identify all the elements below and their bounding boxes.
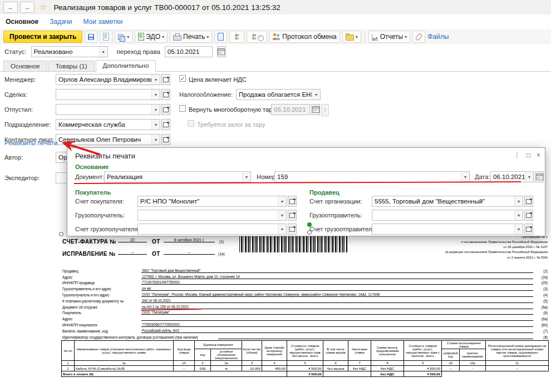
date-calendar-button[interactable]	[535, 171, 544, 182]
department-input[interactable]: Коммерческая служба ▾	[56, 119, 160, 130]
tab-main[interactable]: Основное	[3, 61, 47, 71]
number-input[interactable]: 159 ▾	[274, 171, 470, 182]
dropdown-icon[interactable]: ▾	[278, 224, 286, 234]
forward-button[interactable]: →	[20, 2, 35, 13]
department-open-button[interactable]	[161, 119, 170, 130]
shipper-open-button[interactable]	[524, 210, 533, 221]
favorite-star-icon[interactable]: ☆	[40, 2, 47, 12]
dropdown-icon[interactable]: ▾	[151, 75, 160, 85]
correction-number: --	[118, 250, 147, 255]
close-icon[interactable]: ×	[537, 151, 540, 159]
legal-line: (в редакции постановления Правительства …	[355, 250, 548, 255]
dropdown-icon[interactable]: ▾	[151, 105, 160, 115]
tab-goods[interactable]: Товары (1)	[48, 61, 95, 71]
dt-kt-scheduled-button[interactable]: ДтКт	[247, 31, 267, 43]
org-account-open-button[interactable]	[524, 196, 533, 207]
consignee-account-input[interactable]: ▾	[137, 224, 287, 235]
dropdown-icon[interactable]: ▾	[514, 224, 523, 234]
legal-line: от 26 декабря 2011 г. № 1137	[355, 245, 548, 250]
back-button[interactable]: ←	[3, 2, 18, 13]
calendar-button[interactable]	[217, 46, 226, 57]
nav-tab-tasks[interactable]: Задачи	[50, 18, 72, 26]
consignee-open-button[interactable]	[288, 210, 297, 221]
dropdown-icon[interactable]: ▾	[99, 47, 107, 57]
table-number-cell: 2	[195, 361, 211, 366]
table-header-cell: Страна происхождения товара	[442, 341, 486, 349]
dropdown-icon[interactable]: ▾	[312, 90, 320, 100]
document-value: Реализация	[107, 173, 242, 180]
dt-kt-button[interactable]: ДтКт	[229, 31, 244, 43]
print-requisites-link[interactable]: Реквизиты печати	[4, 140, 58, 146]
dropdown-icon[interactable]: ▾	[278, 210, 286, 220]
consignee-account-open-button[interactable]	[288, 224, 297, 235]
folder-actions-button[interactable]: ▾	[342, 31, 361, 43]
consignee-input[interactable]: ▾	[137, 210, 287, 221]
shipper-account-open-button[interactable]	[524, 224, 533, 235]
tab-additional[interactable]: Дополнительно	[96, 60, 156, 72]
buyer-account-input[interactable]: Р/С НПО "Монолит" ▾	[137, 196, 287, 207]
table-cell: --	[486, 366, 549, 371]
table-cell: 1	[62, 366, 75, 371]
document-select[interactable]: Реализация ▾	[104, 171, 251, 182]
tare-date-stepper[interactable]: ▴▾	[321, 104, 329, 116]
transfer-date-input[interactable]: 05.10.2021	[165, 46, 213, 57]
deal-open-button[interactable]	[161, 89, 170, 100]
released-by-input[interactable]: ▾	[56, 104, 160, 115]
shipper-account-input[interactable]: ▾	[372, 224, 523, 235]
exchange-protocol-button[interactable]: Протокол обмена	[269, 31, 340, 43]
dropdown-icon[interactable]: ▾	[514, 196, 523, 206]
tare-pledge-checkbox[interactable]	[188, 120, 194, 127]
released-by-open-button[interactable]	[161, 104, 170, 115]
buyer-account-open-button[interactable]	[288, 196, 297, 207]
contact-open-button[interactable]	[161, 134, 170, 145]
nav-tab-notes[interactable]: Мои заметки	[83, 18, 123, 26]
row-label: К платежно-расчетному документу №	[62, 299, 141, 303]
nav-tab-main[interactable]: Основное	[6, 18, 38, 26]
document-view-button[interactable]	[214, 31, 227, 43]
date-input[interactable]: 06.10.2021 ▾	[490, 171, 534, 182]
print-label: Печать	[183, 33, 205, 41]
dropdown-icon[interactable]: ▾	[242, 172, 250, 182]
dropdown-icon[interactable]: ▾	[151, 90, 160, 100]
vat-included-checkbox[interactable]: ✓	[179, 75, 186, 82]
files-link[interactable]: Файлы	[427, 33, 449, 41]
print-button[interactable]: Печать▾	[170, 31, 212, 43]
table-number-cell: 10а	[460, 361, 486, 366]
dropdown-icon[interactable]: ▾	[461, 172, 469, 182]
manager-open-button[interactable]	[161, 74, 170, 85]
table-header-cell: Наименование товара (описание выполненны…	[75, 341, 174, 361]
post-document-button[interactable]	[100, 31, 112, 43]
edo-button[interactable]: ЭДО▾	[135, 31, 168, 43]
dropdown-icon[interactable]: ▾	[151, 135, 160, 145]
row-value: 342 от 06.10.2021	[141, 299, 533, 303]
tare-date-input[interactable]: 05.10.2021	[271, 104, 310, 115]
status-select[interactable]: Реализовано ▾	[31, 46, 108, 57]
more-icon[interactable]: ⋮	[514, 151, 520, 159]
table-number-cell: 11	[486, 361, 549, 366]
table-number-cell: 1	[62, 361, 75, 366]
dropdown-icon[interactable]: ▾	[278, 196, 286, 206]
shipper-input[interactable]: ▾	[372, 210, 523, 221]
tare-calendar-button[interactable]	[311, 104, 320, 115]
dropdown-icon[interactable]: ▾	[151, 120, 160, 130]
row-label: Идентификатор государственного контракта…	[62, 335, 218, 339]
deal-input[interactable]: ▾	[56, 89, 160, 100]
manager-input[interactable]: Орлов Александр Владимирович ▾	[56, 74, 160, 85]
contact-input[interactable]: Северьянов Олег Петрович ▾	[56, 134, 160, 145]
dropdown-icon[interactable]: ▾	[514, 210, 523, 220]
tare-pledge-label: Требуется залог за тару	[197, 121, 265, 128]
taxation-select[interactable]: Продажа облагается ЕНВД ▾	[236, 89, 321, 100]
maximize-icon[interactable]: □	[527, 151, 530, 159]
save-icon	[88, 34, 94, 40]
attachment-button[interactable]	[412, 31, 425, 43]
post-and-close-button[interactable]: Провести и закрыть	[3, 31, 82, 43]
save-button[interactable]	[85, 31, 97, 43]
org-account-input[interactable]: 5555, Торговый дом "Вещественный" ▾	[372, 196, 523, 207]
table-header-cell: Цена (тариф) за единицу измерения	[262, 341, 287, 361]
create-based-on-button[interactable]: ▾	[115, 31, 132, 43]
return-tare-checkbox[interactable]	[179, 105, 186, 112]
shipper-label: Грузоотправитель:	[309, 212, 362, 219]
dropdown-icon[interactable]: ▾	[525, 172, 533, 182]
open-icon	[526, 199, 532, 204]
reports-button[interactable]: Отчеты▾	[368, 31, 411, 43]
